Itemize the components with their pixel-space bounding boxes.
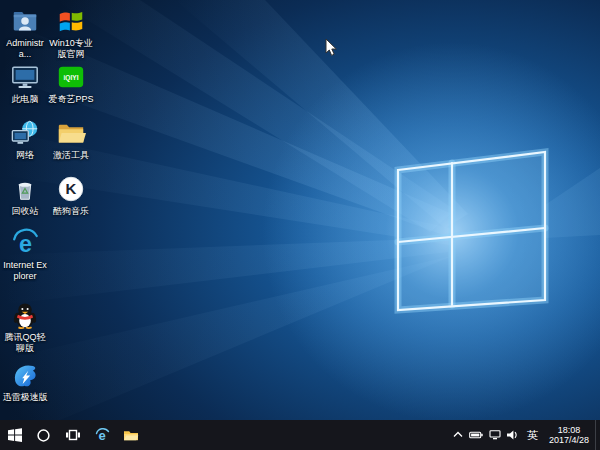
icon-label: Internet Explorer (2, 260, 48, 281)
window-logo (398, 152, 545, 310)
clock-time: 18:08 (549, 425, 589, 435)
system-tray: 英 18:08 2017/4/28 (450, 420, 600, 450)
taskbar-explorer-button[interactable] (116, 420, 145, 450)
this-pc-icon (10, 62, 40, 92)
clock-date: 2017/4/28 (549, 435, 589, 445)
qq-penguin-icon (10, 300, 40, 330)
file-explorer-icon (123, 427, 139, 443)
windows-logo-icon (8, 428, 22, 443)
desktop-icon-win10-site[interactable]: Win10专业版官网 (48, 6, 94, 59)
icon-label: 此电脑 (2, 94, 48, 105)
icon-label: Administra... (2, 38, 48, 59)
chevron-up-icon (453, 431, 463, 439)
kugou-icon: K (56, 174, 86, 204)
desktop-icon-thunder[interactable]: 迅雷极速版 (2, 360, 48, 403)
ime-indicator[interactable]: 英 (522, 420, 543, 450)
tray-chevron-button[interactable] (450, 420, 466, 450)
task-view-button[interactable] (58, 420, 87, 450)
kugou-letter: K (66, 180, 77, 197)
desktop-icon-internet-explorer[interactable]: e Internet Explorer (2, 228, 48, 281)
internet-explorer-icon: e (10, 228, 40, 258)
tray-network[interactable] (486, 420, 504, 450)
ie-glyph: e (98, 428, 105, 443)
network-icon (10, 118, 40, 148)
taskbar-clock[interactable]: 18:08 2017/4/28 (543, 425, 595, 445)
desktop-icon-kugou[interactable]: K 酷狗音乐 (48, 174, 94, 217)
desktop-icon-this-pc[interactable]: 此电脑 (2, 62, 48, 105)
taskbar-left: e (0, 420, 145, 450)
recycle-bin-icon (10, 174, 40, 204)
user-files-icon (10, 6, 40, 36)
tray-volume[interactable] (504, 420, 522, 450)
tray-battery[interactable] (466, 420, 486, 450)
icon-label: 回收站 (2, 206, 48, 217)
folder-icon (56, 118, 86, 148)
desktop-icon-activation-tools[interactable]: 激活工具 (48, 118, 94, 161)
ie-glyph: e (19, 231, 32, 257)
taskbar: e (0, 420, 600, 450)
icon-label: 酷狗音乐 (48, 206, 94, 217)
desktop-icon-recycle-bin[interactable]: 回收站 (2, 174, 48, 217)
desktop-icons: Administra... 此电脑 网络 (0, 0, 120, 420)
desktop-icon-user-files[interactable]: Administra... (2, 6, 48, 59)
search-circle-icon (36, 428, 51, 443)
icon-label: 腾讯QQ轻聊版 (2, 332, 48, 353)
windows-desktop: Administra... 此电脑 网络 (0, 0, 600, 450)
cortana-search-button[interactable] (29, 420, 58, 450)
icon-label: 激活工具 (48, 150, 94, 161)
icon-label: 爱奇艺PPS (48, 94, 94, 105)
start-button[interactable] (0, 420, 29, 450)
desktop-icon-iqiyi[interactable]: iQIYI 爱奇艺PPS (48, 62, 94, 105)
thunder-icon (10, 360, 40, 390)
show-desktop-button[interactable] (595, 420, 600, 450)
iqiyi-wordmark: iQIYI (64, 74, 79, 82)
icon-label: 迅雷极速版 (2, 392, 48, 403)
network-tray-icon (489, 430, 501, 440)
battery-icon (469, 431, 483, 439)
icon-label: 网络 (2, 150, 48, 161)
task-view-icon (66, 428, 80, 442)
taskbar-ie-button[interactable]: e (87, 420, 116, 450)
desktop-icon-tencent-qq[interactable]: 腾讯QQ轻聊版 (2, 300, 48, 353)
iqiyi-icon: iQIYI (56, 62, 86, 92)
icon-label: Win10专业版官网 (48, 38, 94, 59)
windows-flag-icon (56, 6, 86, 36)
volume-icon (507, 430, 519, 440)
desktop-icon-network[interactable]: 网络 (2, 118, 48, 161)
ie-icon: e (94, 427, 110, 443)
